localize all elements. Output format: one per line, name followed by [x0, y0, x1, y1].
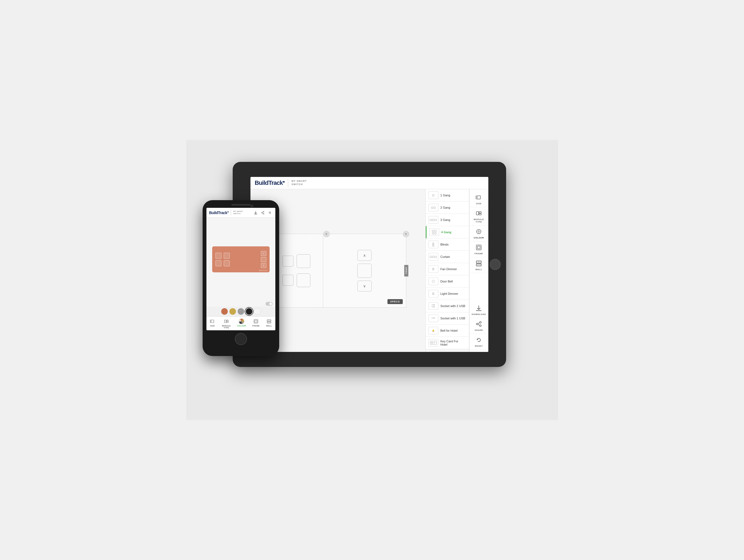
- phone-toggle-knob: [269, 302, 272, 305]
- svg-rect-5: [479, 212, 481, 213]
- phone-blind-down[interactable]: ∨: [261, 263, 266, 268]
- module-label-bellhotel: Bell for Hotel: [441, 329, 458, 332]
- module-item-bellhotel[interactable]: 🔔 Bell for Hotel: [426, 325, 469, 337]
- module-row-1: [283, 254, 310, 268]
- phone-colour-icon: [238, 318, 245, 324]
- svg-point-23: [261, 212, 262, 213]
- module-item-socket2usb[interactable]: USBUSB Socket with 2 USB: [426, 300, 469, 312]
- phone-header-icons: [253, 210, 272, 216]
- svg-line-25: [262, 212, 263, 213]
- share-icon: [475, 320, 483, 328]
- swatch-black[interactable]: [246, 308, 252, 315]
- phone-share-btn[interactable]: [260, 210, 265, 216]
- module-item-keycard[interactable]: Key Card For Hotel: [426, 337, 469, 349]
- module-btn-1[interactable]: [297, 254, 310, 268]
- ps-btn-4[interactable]: [224, 260, 230, 266]
- toolbar-download[interactable]: DOWNLOAD: [470, 302, 488, 318]
- swatch-copper[interactable]: [221, 308, 228, 315]
- phone-bottom-toolbar: SIZE MODULETYPE: [207, 316, 275, 330]
- blind-up-btn[interactable]: ∧: [358, 250, 372, 261]
- module-item-doorbell[interactable]: Door Bell: [426, 275, 469, 288]
- phone-tool-size[interactable]: SIZE: [208, 318, 217, 329]
- phone-wall-icon: [266, 318, 272, 324]
- svg-rect-6: [479, 214, 481, 215]
- module-btn-2[interactable]: [297, 273, 310, 287]
- toolbar-moduletype[interactable]: MODULE TYPE: [470, 207, 488, 226]
- ps-btn-2[interactable]: [216, 260, 221, 266]
- ps-btn-1[interactable]: [216, 253, 221, 259]
- phone-tool-frame[interactable]: FRAME: [251, 318, 261, 329]
- phone-wall-label: WALL: [266, 325, 272, 327]
- phone-blind-controls: ∧ ∨: [261, 251, 266, 268]
- svg-rect-12: [476, 264, 481, 266]
- phone-tool-wall[interactable]: WALL: [265, 318, 273, 329]
- moduletype-label: MODULE TYPE: [471, 218, 487, 223]
- module-item-4gang[interactable]: 4 Gang: [426, 226, 469, 238]
- phone-toggle-row: [207, 301, 275, 306]
- module-item-socket1usb[interactable]: USB Socket with 1 USB: [426, 312, 469, 325]
- canvas-close-left[interactable]: ×: [323, 231, 330, 237]
- svg-point-24: [263, 213, 264, 214]
- module-item-3gang[interactable]: 3 Gang: [426, 214, 469, 226]
- module-list: 1 Gang 2 Gang: [425, 189, 469, 352]
- swatch-white[interactable]: [254, 308, 261, 315]
- module-icon-3gang: [429, 216, 438, 224]
- module-item-1gang[interactable]: 1 Gang: [426, 189, 469, 201]
- phone-refresh-btn[interactable]: [267, 210, 272, 216]
- module-item-fandimmer[interactable]: Fan Dimmer: [426, 263, 469, 275]
- frame-label: FRAME: [475, 252, 483, 255]
- phone-tool-colour[interactable]: COLOUR: [236, 318, 247, 329]
- canvas-close-right[interactable]: ×: [403, 231, 409, 237]
- swatch-gold[interactable]: [229, 308, 236, 315]
- phone-canvas-area: ∧ ∨ BuildTrack: [207, 218, 275, 301]
- toolbar-frame[interactable]: FRAME: [470, 241, 488, 257]
- module-label-socket2usb: Socket with 2 USB: [441, 304, 466, 308]
- reset-icon: [475, 336, 483, 344]
- module-icon-lightdimmer: [429, 290, 438, 298]
- phone-colour-section: [207, 306, 275, 316]
- svg-rect-9: [476, 245, 481, 250]
- svg-point-22: [263, 211, 264, 212]
- toolbar-share[interactable]: SHARE: [470, 318, 488, 334]
- right-toolbar: SIZE MODULE TYPE: [469, 189, 488, 352]
- svg-point-17: [476, 323, 478, 325]
- toolbar-reset[interactable]: RESET: [470, 334, 488, 350]
- phone-download-btn[interactable]: [253, 210, 258, 216]
- phone-blind-up[interactable]: ∧: [261, 251, 266, 256]
- tablet-home-button[interactable]: [490, 259, 500, 270]
- toolbar-wall[interactable]: WALL: [470, 257, 488, 273]
- blind-down-btn[interactable]: ∨: [358, 281, 372, 292]
- phone-watermark: BuildTrack: [259, 270, 267, 271]
- module-row-2: [283, 273, 310, 287]
- module-label-4gang: 4 Gang: [441, 230, 451, 234]
- toolbar-colour[interactable]: COLOUR: [470, 226, 488, 241]
- specs-button[interactable]: SPECS: [387, 299, 403, 304]
- module-label-blinds: Blinds: [441, 243, 449, 246]
- module-item-2gang[interactable]: 2 Gang: [426, 201, 469, 214]
- ps-btn-3[interactable]: [224, 253, 230, 259]
- phone-switch: ∧ ∨ BuildTrack: [212, 247, 270, 272]
- module-side-2: [283, 275, 293, 286]
- blind-control: ∧ ∨: [358, 250, 372, 292]
- swatch-silver[interactable]: [237, 308, 244, 315]
- colour-icon: [475, 228, 483, 235]
- module-item-curtain[interactable]: Curtain: [426, 251, 469, 263]
- module-icon-4gang: [429, 228, 439, 236]
- toolbar-size[interactable]: SIZE: [470, 191, 488, 207]
- module-icon-keycard: [429, 339, 438, 347]
- tablet-main: × ×: [251, 189, 488, 352]
- phone-tool-moduletype[interactable]: MODULETYPE: [221, 318, 232, 329]
- phone: BuildTrack MY SMART SWITCH: [202, 200, 279, 356]
- phone-blind-mid[interactable]: [261, 257, 266, 262]
- module-icon-1gang: [429, 191, 438, 199]
- phone-toggle[interactable]: [265, 302, 272, 306]
- wall-label: WALL: [476, 268, 482, 271]
- phone-home-button[interactable]: [235, 333, 247, 345]
- module-label-doorbell: Door Bell: [441, 280, 453, 283]
- phone-col-2: [224, 253, 230, 266]
- module-item-lightdimmer[interactable]: Light Dimmer: [426, 288, 469, 300]
- module-item-blinds[interactable]: Blinds: [426, 238, 469, 251]
- svg-point-16: [480, 322, 481, 323]
- module-right-panel: ∧ ∨: [323, 234, 406, 307]
- module-label-3gang: 3 Gang: [441, 218, 450, 222]
